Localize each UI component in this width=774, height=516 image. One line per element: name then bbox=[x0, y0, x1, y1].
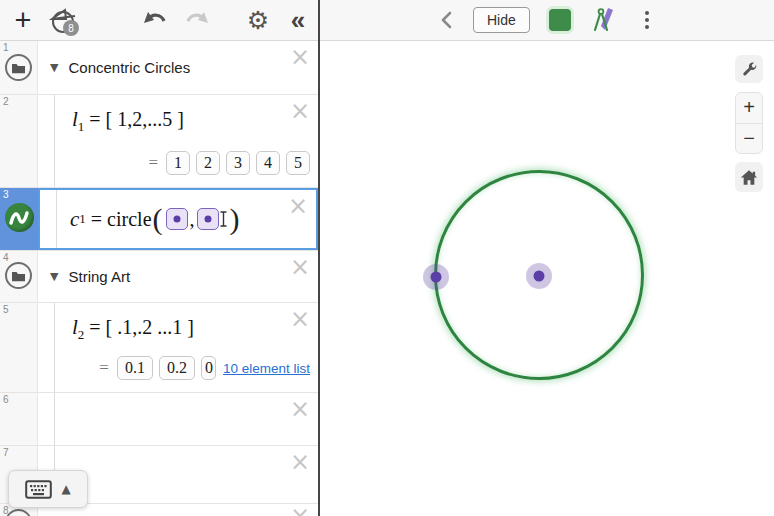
row-margin[interactable]: 5 bbox=[0, 303, 38, 392]
circle-command: = circle bbox=[91, 208, 152, 231]
folder-icon bbox=[5, 262, 32, 289]
geometry-tools-menu-button[interactable] bbox=[590, 7, 618, 33]
row-number: 1 bbox=[3, 42, 9, 53]
row-expression-c1-selected[interactable]: 3 c1= circle(,) × bbox=[0, 188, 318, 251]
element-list-link[interactable]: 10 element list bbox=[223, 361, 310, 376]
text-cursor-icon bbox=[219, 211, 228, 227]
value-chip: 3 bbox=[226, 151, 250, 175]
dot bbox=[645, 18, 649, 22]
dot bbox=[645, 11, 649, 15]
expression-input[interactable]: c1= circle(,) bbox=[40, 190, 316, 248]
settings-button[interactable]: ⚙ bbox=[243, 3, 273, 37]
row-number: 6 bbox=[3, 394, 9, 405]
expression-result: = 0.1 0.2 0 10 element list bbox=[99, 356, 310, 380]
comma: , bbox=[190, 208, 195, 231]
delete-row-icon[interactable]: × bbox=[290, 99, 310, 123]
row-margin[interactable]: 3 bbox=[0, 188, 38, 250]
hide-button[interactable]: Hide bbox=[473, 7, 530, 33]
add-expression-button[interactable]: + bbox=[8, 1, 38, 39]
row-folder-concentric-circles[interactable]: 1 ▼ Concentric Circles × bbox=[0, 41, 318, 95]
folder-icon bbox=[5, 54, 32, 81]
folder-icon bbox=[5, 509, 32, 516]
dot bbox=[645, 25, 649, 29]
collapse-panel-button[interactable]: « bbox=[283, 0, 313, 40]
delete-row-icon[interactable]: × bbox=[290, 45, 310, 69]
value-chip: 0.2 bbox=[159, 356, 195, 380]
radius-point[interactable] bbox=[423, 264, 449, 290]
color-swatch-button[interactable] bbox=[549, 9, 571, 31]
expression-subscript: 1 bbox=[78, 119, 85, 134]
undo-icon bbox=[143, 11, 169, 29]
keyboard-expand-icon: ▲ bbox=[61, 482, 70, 496]
close-paren: ) bbox=[230, 202, 240, 236]
folder-title[interactable]: Concentric Circles bbox=[68, 59, 190, 76]
row-number: 8 bbox=[3, 505, 9, 516]
point-argument-chip[interactable] bbox=[197, 208, 219, 230]
delete-row-icon[interactable]: × bbox=[290, 255, 310, 279]
row-folder-string-art[interactable]: 4 ▼ String Art × bbox=[0, 251, 318, 303]
expression-input[interactable]: l1= [ 1,2,...5 ] bbox=[72, 107, 184, 135]
expression-input[interactable]: l2= [ .1,.2 ...1 ] bbox=[72, 315, 194, 343]
point-argument-chip[interactable] bbox=[166, 208, 188, 230]
center-point[interactable] bbox=[526, 263, 552, 289]
value-chip: 1 bbox=[166, 151, 190, 175]
value-chip: 5 bbox=[286, 151, 310, 175]
expression-definition: = [ 1,2,...5 ] bbox=[89, 108, 184, 130]
collapse-folder-icon[interactable]: ▼ bbox=[50, 270, 58, 283]
delete-row-icon[interactable]: × bbox=[290, 307, 310, 331]
chevron-left-icon bbox=[440, 11, 452, 29]
redo-icon bbox=[183, 11, 209, 29]
undo-button[interactable] bbox=[142, 10, 170, 30]
value-chip: 4 bbox=[256, 151, 280, 175]
row-margin[interactable]: 4 bbox=[0, 251, 38, 302]
value-chip: 0.1 bbox=[117, 356, 153, 380]
compass-icon bbox=[590, 7, 618, 33]
gear-icon: ⚙ bbox=[247, 6, 269, 35]
wrench-icon bbox=[740, 60, 758, 78]
geogebra-app: + 8 ⚙ « bbox=[0, 0, 774, 516]
delete-row-icon[interactable]: × bbox=[290, 504, 310, 516]
expression-variable: c bbox=[70, 207, 79, 232]
row-number: 7 bbox=[3, 447, 9, 458]
graph-settings-button[interactable] bbox=[735, 55, 763, 83]
row-content: c1= circle(,) × bbox=[38, 188, 318, 250]
back-chevron-button[interactable] bbox=[440, 10, 454, 30]
open-paren: ( bbox=[153, 202, 163, 236]
row-content: ▼ Concentric Circles × bbox=[38, 41, 318, 94]
delete-row-icon[interactable]: × bbox=[290, 450, 310, 474]
zoom-out-button[interactable]: − bbox=[736, 124, 762, 154]
row-empty[interactable]: 6 × bbox=[0, 393, 318, 446]
keyboard-icon bbox=[25, 480, 52, 499]
row-content: l1= [ 1,2,...5 ] = 1 2 3 4 5 × bbox=[38, 95, 318, 187]
delete-row-icon[interactable]: × bbox=[290, 397, 310, 421]
graphics-view[interactable]: + − bbox=[320, 41, 774, 516]
row-number: 5 bbox=[3, 304, 9, 315]
algebra-toolbar: + 8 ⚙ « bbox=[0, 0, 318, 41]
row-expression-l1[interactable]: 2 l1= [ 1,2,...5 ] = 1 2 3 4 5 × bbox=[0, 95, 318, 188]
row-margin[interactable]: 1 bbox=[0, 41, 38, 94]
equals-sign: = bbox=[148, 153, 158, 173]
expression-subscript: 2 bbox=[78, 327, 85, 342]
row-content[interactable]: × bbox=[38, 393, 318, 445]
row-expression-l2[interactable]: 5 l2= [ .1,.2 ...1 ] = 0.1 0.2 0 10 elem… bbox=[0, 303, 318, 393]
graphics-panel: Hide + bbox=[320, 0, 774, 516]
overflow-menu-button[interactable] bbox=[637, 7, 657, 33]
standard-view-button[interactable] bbox=[735, 162, 763, 192]
circle-object-icon[interactable] bbox=[5, 203, 34, 232]
expression-definition: = [ .1,.2 ...1 ] bbox=[89, 316, 194, 338]
row-margin[interactable]: 6 bbox=[0, 393, 38, 445]
collapse-folder-icon[interactable]: ▼ bbox=[50, 61, 58, 74]
row-margin[interactable]: 2 bbox=[0, 95, 38, 187]
redo-button[interactable] bbox=[182, 10, 210, 30]
expression-subscript: 1 bbox=[79, 211, 86, 227]
graphics-toolbar: Hide bbox=[320, 0, 774, 41]
zoom-in-button[interactable]: + bbox=[736, 93, 762, 124]
folder-title[interactable]: String Art bbox=[68, 268, 130, 285]
virtual-keyboard-button[interactable]: ▲ bbox=[8, 470, 88, 508]
delete-row-icon[interactable]: × bbox=[288, 194, 308, 218]
tool-count-badge: 8 bbox=[63, 20, 79, 36]
value-chip: 2 bbox=[196, 151, 220, 175]
row-content: ▼ String Art × bbox=[38, 251, 318, 302]
row-number: 3 bbox=[3, 189, 9, 200]
equals-sign: = bbox=[99, 358, 109, 378]
